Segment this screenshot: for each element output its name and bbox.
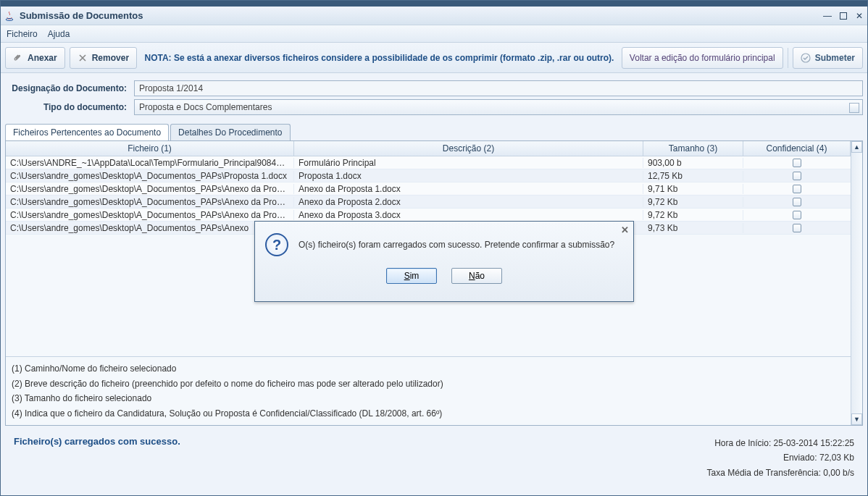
- menu-help[interactable]: Ajuda: [48, 29, 70, 39]
- statusbar: Ficheiro(s) carregados com sucesso. Hora…: [1, 430, 867, 483]
- cell-conf: [743, 172, 851, 180]
- toolbar-separator: [788, 48, 788, 68]
- status-sent: Enviado: 72,03 Kb: [707, 450, 854, 465]
- tab-details[interactable]: Detalhes Do Procedimento: [170, 124, 290, 140]
- cell-desc: Proposta 1.docx: [294, 171, 643, 181]
- table-row[interactable]: C:\Users\andre_gomes\Desktop\A_Documento…: [6, 182, 851, 196]
- app-window: Submissão de Documentos — ✕ Ficheiro Aju…: [0, 0, 868, 496]
- table-row[interactable]: C:\Users\andre_gomes\Desktop\A_Documento…: [6, 169, 851, 182]
- minimize-button[interactable]: —: [822, 11, 832, 21]
- cell-file: C:\Users\ANDRE_~1\AppData\Local\Temp\For…: [6, 158, 294, 168]
- th-file[interactable]: Ficheiro (1): [6, 141, 294, 156]
- cell-size: 9,72 Kb: [643, 197, 743, 207]
- paperclip-icon: [13, 53, 23, 63]
- legend-4: (4) Indica que o ficheiro da Candidatura…: [12, 406, 845, 421]
- confidential-checkbox[interactable]: [793, 211, 801, 219]
- window-title: Submissão de Documentos: [20, 10, 143, 21]
- close-button[interactable]: ✕: [854, 11, 864, 21]
- table-row[interactable]: C:\Users\andre_gomes\Desktop\A_Documento…: [6, 196, 851, 209]
- status-success: Ficheiro(s) carregados com sucesso.: [14, 436, 180, 480]
- cell-file: C:\Users\andre_gomes\Desktop\A_Documento…: [6, 171, 294, 181]
- legend-2: (2) Breve descrição do ficheiro (preench…: [12, 377, 845, 391]
- scroll-up-icon[interactable]: ▲: [851, 141, 862, 153]
- cell-conf: [743, 159, 851, 167]
- legend: (1) Caminho/Nome do ficheiro selecionado…: [6, 356, 851, 425]
- titlebar: Submissão de Documentos — ✕: [1, 7, 867, 25]
- svg-point-0: [6, 18, 13, 20]
- th-size[interactable]: Tamanho (3): [643, 141, 743, 156]
- status-rate: Taxa Média de Transferência: 0,00 b/s: [707, 466, 854, 480]
- cell-file: C:\Users\andre_gomes\Desktop\A_Documento…: [6, 184, 294, 194]
- submit-button[interactable]: Submeter: [793, 47, 863, 69]
- legend-1: (1) Caminho/Nome do ficheiro selecionado: [12, 361, 845, 376]
- menu-file[interactable]: Ficheiro: [7, 29, 38, 39]
- cell-size: 903,00 b: [643, 158, 743, 168]
- cell-size: 9,72 Kb: [643, 210, 743, 220]
- cell-conf: [743, 185, 851, 193]
- cell-conf: [743, 211, 851, 219]
- cell-size: 12,75 Kb: [643, 171, 743, 181]
- cell-desc: Anexo da Proposta 2.docx: [294, 197, 643, 207]
- svg-point-1: [801, 54, 810, 62]
- dialog-close-button[interactable]: ✕: [621, 224, 629, 235]
- dialog-no-button[interactable]: Não: [451, 268, 502, 284]
- remove-button[interactable]: Remover: [70, 47, 137, 69]
- table-row[interactable]: C:\Users\andre_gomes\Desktop\A_Documento…: [6, 209, 851, 222]
- vertical-scrollbar[interactable]: ▲ ▼: [851, 141, 862, 425]
- confidential-checkbox[interactable]: [793, 224, 801, 232]
- cell-desc: Formulário Principal: [294, 158, 643, 168]
- parent-menubar-fragment: [1, 1, 867, 7]
- confidential-checkbox[interactable]: [793, 185, 801, 193]
- th-conf[interactable]: Confidencial (4): [743, 141, 851, 156]
- doc-name-input[interactable]: Proposta 1/2014: [134, 80, 863, 96]
- attach-label: Anexar: [28, 53, 57, 63]
- doc-type-label: Tipo do documento:: [5, 102, 134, 112]
- back-button[interactable]: Voltar a edição do formulário principal: [622, 47, 783, 69]
- status-start: Hora de Início: 25-03-2014 15:22:25: [707, 436, 854, 450]
- cell-conf: [743, 224, 851, 232]
- toolbar-note: NOTA: Se está a anexar diversos ficheiro…: [141, 53, 617, 63]
- question-icon: ?: [265, 233, 288, 256]
- cell-desc: Anexo da Proposta 1.docx: [294, 184, 643, 194]
- cell-conf: [743, 198, 851, 206]
- confidential-checkbox[interactable]: [793, 172, 801, 180]
- cell-file: C:\Users\andre_gomes\Desktop\A_Documento…: [6, 210, 294, 220]
- cell-file: C:\Users\andre_gomes\Desktop\A_Documento…: [6, 223, 294, 233]
- submit-label: Submeter: [815, 53, 855, 63]
- confidential-checkbox[interactable]: [793, 198, 801, 206]
- doc-name-label: Designação do Documento:: [5, 83, 134, 93]
- dialog-yes-button[interactable]: Sim: [386, 268, 437, 284]
- tab-files[interactable]: Ficheiros Pertencentes ao Documento: [5, 124, 169, 140]
- maximize-button[interactable]: [838, 11, 848, 21]
- confirm-dialog: ✕ ? O(s) ficheiro(s) foram carregados co…: [254, 221, 634, 302]
- cell-size: 9,73 Kb: [643, 223, 743, 233]
- cell-size: 9,71 Kb: [643, 184, 743, 194]
- remove-label: Remover: [92, 53, 129, 63]
- remove-icon: [78, 53, 88, 63]
- doc-type-select[interactable]: Proposta e Docs Complementares: [134, 99, 863, 115]
- th-desc[interactable]: Descrição (2): [294, 141, 643, 156]
- java-icon: [4, 10, 15, 22]
- cell-desc: Anexo da Proposta 3.docx: [294, 210, 643, 220]
- attach-button[interactable]: Anexar: [5, 47, 65, 69]
- back-label: Voltar a edição do formulário principal: [630, 53, 775, 63]
- menubar: Ficheiro Ajuda: [1, 25, 867, 43]
- cell-file: C:\Users\andre_gomes\Desktop\A_Documento…: [6, 197, 294, 207]
- confidential-checkbox[interactable]: [793, 159, 801, 167]
- dialog-message: O(s) ficheiro(s) foram carregados com su…: [299, 240, 614, 250]
- legend-3: (3) Tamanho do ficheiro selecionado: [12, 391, 845, 405]
- scroll-down-icon[interactable]: ▼: [851, 413, 862, 425]
- check-icon: [801, 53, 811, 63]
- table-row[interactable]: C:\Users\ANDRE_~1\AppData\Local\Temp\For…: [6, 156, 851, 169]
- toolbar: Anexar Remover NOTA: Se está a anexar di…: [1, 43, 867, 73]
